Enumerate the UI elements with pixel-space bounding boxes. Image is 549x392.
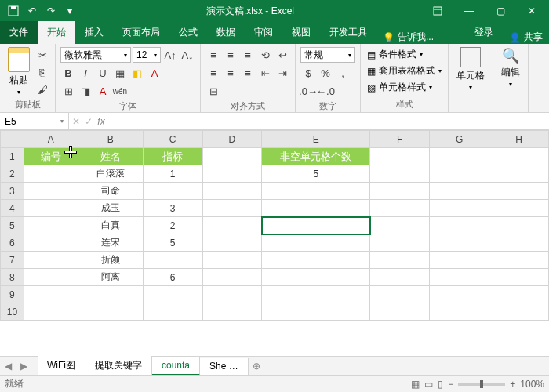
cell-G5[interactable] bbox=[430, 217, 489, 234]
editing-button[interactable]: 🔍编辑▾ bbox=[498, 45, 523, 89]
font-color-a-icon[interactable]: A bbox=[95, 83, 111, 99]
cell-E1[interactable]: 非空单元格个数 bbox=[262, 148, 370, 165]
cell-A2[interactable] bbox=[24, 165, 78, 183]
cell-H6[interactable] bbox=[489, 234, 549, 252]
cell-A6[interactable] bbox=[24, 234, 78, 252]
cell-F10[interactable] bbox=[370, 303, 430, 321]
minimize-icon[interactable]: — bbox=[453, 0, 485, 22]
inc-decimal-icon[interactable]: .0→ bbox=[300, 83, 316, 99]
name-box[interactable]: E5▾ bbox=[0, 113, 69, 129]
cell-D10[interactable] bbox=[202, 303, 262, 321]
undo-icon[interactable]: ↶ bbox=[24, 2, 41, 20]
save-icon[interactable] bbox=[5, 2, 22, 20]
tab-insert[interactable]: 插入 bbox=[75, 21, 113, 44]
bold-button[interactable]: B bbox=[60, 65, 76, 81]
col-header-B[interactable]: B bbox=[78, 131, 143, 148]
font-color-icon[interactable]: A bbox=[147, 65, 162, 81]
conditional-format-button[interactable]: ▤条件格式▾ bbox=[365, 47, 424, 62]
sheet-tab-counta[interactable]: counta bbox=[152, 357, 200, 376]
cell-D4[interactable] bbox=[202, 200, 262, 217]
cell-H8[interactable] bbox=[489, 269, 549, 286]
tell-me[interactable]: 💡告诉我... bbox=[376, 31, 465, 44]
cell-B2[interactable]: 白滚滚 bbox=[78, 165, 143, 183]
cell-E10[interactable] bbox=[262, 303, 370, 321]
cell-B3[interactable]: 司命 bbox=[78, 183, 143, 200]
cell-D1[interactable] bbox=[202, 148, 262, 165]
borders-more-icon[interactable]: ⊞ bbox=[60, 83, 76, 99]
select-all[interactable] bbox=[1, 131, 24, 148]
fx-icon[interactable]: fx bbox=[97, 116, 104, 127]
cell-D7[interactable] bbox=[202, 252, 262, 269]
cell-C10[interactable] bbox=[143, 303, 202, 321]
cell-C5[interactable]: 2 bbox=[143, 217, 202, 234]
cell-styles-button[interactable]: ▧单元格样式▾ bbox=[365, 80, 434, 95]
comma-icon[interactable]: , bbox=[335, 65, 351, 81]
tab-formula[interactable]: 公式 bbox=[169, 21, 207, 44]
align-center-icon[interactable]: ≡ bbox=[223, 65, 238, 81]
cell-E2[interactable]: 5 bbox=[262, 165, 370, 183]
cell-H7[interactable] bbox=[489, 252, 549, 269]
col-header-C[interactable]: C bbox=[143, 131, 202, 148]
cell-A3[interactable] bbox=[24, 183, 78, 200]
sheet-tab-more[interactable]: She … bbox=[200, 358, 249, 375]
number-format-combo[interactable]: 常规▾ bbox=[300, 47, 355, 63]
align-right-icon[interactable]: ≡ bbox=[240, 65, 256, 81]
italic-button[interactable]: I bbox=[78, 65, 93, 81]
cell-G7[interactable] bbox=[430, 252, 489, 269]
cell-H2[interactable] bbox=[489, 165, 549, 183]
sheet-tab-keywords[interactable]: 提取关键字 bbox=[85, 356, 152, 376]
row-header-6[interactable]: 6 bbox=[1, 234, 24, 252]
cell-G1[interactable] bbox=[430, 148, 489, 165]
cell-B10[interactable] bbox=[78, 303, 143, 321]
cell-D5[interactable] bbox=[202, 217, 262, 234]
cell-D9[interactable] bbox=[202, 286, 262, 303]
cell-F9[interactable] bbox=[370, 286, 430, 303]
cell-B8[interactable]: 阿离 bbox=[78, 269, 143, 286]
cell-H3[interactable] bbox=[489, 183, 549, 200]
cell-G6[interactable] bbox=[430, 234, 489, 252]
orientation-icon[interactable]: ⟲ bbox=[257, 47, 273, 63]
redo-icon[interactable]: ↷ bbox=[42, 2, 60, 20]
cell-G9[interactable] bbox=[430, 286, 489, 303]
indent-dec-icon[interactable]: ⇤ bbox=[257, 65, 273, 81]
cut-icon[interactable]: ✂ bbox=[35, 47, 50, 63]
font-name-combo[interactable]: 微软雅黑▾ bbox=[60, 47, 131, 63]
cells-button[interactable]: 单元格▾ bbox=[453, 45, 488, 93]
cell-E6[interactable] bbox=[262, 234, 370, 252]
format-table-button[interactable]: ▦套用表格格式▾ bbox=[365, 64, 443, 78]
share-button[interactable]: 👤共享 bbox=[503, 31, 549, 44]
tab-file[interactable]: 文件 bbox=[0, 21, 38, 44]
cell-C7[interactable] bbox=[143, 252, 202, 269]
cell-A1[interactable]: 编号 bbox=[24, 148, 78, 165]
align-middle-icon[interactable]: ≡ bbox=[223, 47, 238, 63]
underline-button[interactable]: U bbox=[95, 65, 111, 81]
percent-icon[interactable]: % bbox=[318, 65, 333, 81]
zoom-in-icon[interactable]: + bbox=[510, 379, 515, 390]
cell-F7[interactable] bbox=[370, 252, 430, 269]
cell-F6[interactable] bbox=[370, 234, 430, 252]
qat-more-icon[interactable]: ▾ bbox=[61, 2, 78, 20]
merge-icon[interactable]: ⊟ bbox=[205, 83, 221, 99]
new-sheet-icon[interactable]: ⊕ bbox=[249, 361, 264, 372]
sheet-nav-next-icon[interactable]: ▶ bbox=[16, 361, 31, 372]
cell-G4[interactable] bbox=[430, 200, 489, 217]
col-header-F[interactable]: F bbox=[370, 131, 430, 148]
cell-C3[interactable] bbox=[143, 183, 202, 200]
cell-E9[interactable] bbox=[262, 286, 370, 303]
cell-F3[interactable] bbox=[370, 183, 430, 200]
cell-B6[interactable]: 连宋 bbox=[78, 234, 143, 252]
dec-decimal-icon[interactable]: ←.0 bbox=[318, 83, 333, 99]
cell-A10[interactable] bbox=[24, 303, 78, 321]
maximize-icon[interactable]: ▢ bbox=[485, 0, 516, 22]
cell-D8[interactable] bbox=[202, 269, 262, 286]
worksheet-grid[interactable]: ABCDEFGH1编号姓名指标非空单元格个数2白滚滚153司命4成玉35白真26… bbox=[0, 130, 549, 356]
cell-D2[interactable] bbox=[202, 165, 262, 183]
col-header-H[interactable]: H bbox=[489, 131, 549, 148]
cell-E4[interactable] bbox=[262, 200, 370, 217]
cell-D3[interactable] bbox=[202, 183, 262, 200]
formula-bar[interactable] bbox=[108, 113, 549, 129]
cell-C2[interactable]: 1 bbox=[143, 165, 202, 183]
cell-B7[interactable]: 折颜 bbox=[78, 252, 143, 269]
enter-icon[interactable]: ✓ bbox=[85, 116, 93, 127]
fill-color-icon[interactable]: ◧ bbox=[129, 65, 145, 81]
